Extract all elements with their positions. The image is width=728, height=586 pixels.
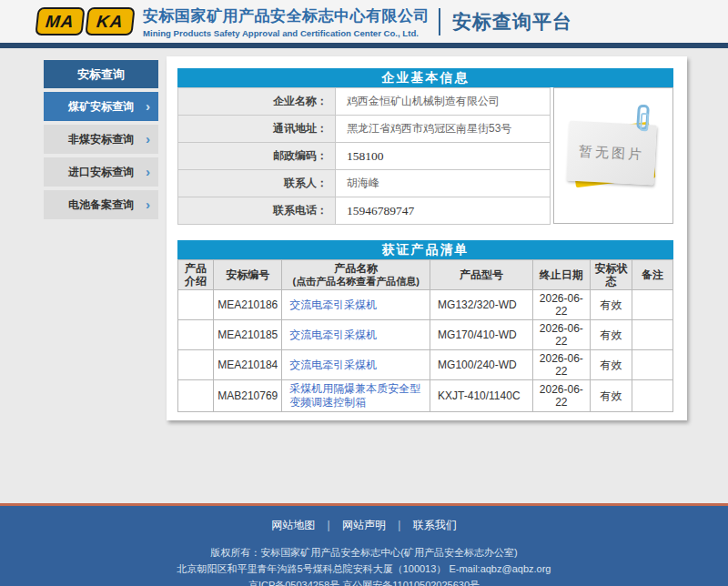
col-header-remark: 备注 bbox=[632, 260, 672, 290]
table-row: MAB210769 采煤机用隔爆兼本质安全型变频调速控制箱 KXJT-410/1… bbox=[178, 380, 673, 412]
maka-logo: MA KA bbox=[36, 7, 134, 35]
logo-badge-ka: KA bbox=[85, 7, 135, 35]
company-info-table: 企业名称： 鸡西金恒矿山机械制造有限公司 通讯地址： 黑龙江省鸡西市鸡冠区南星街… bbox=[177, 87, 551, 225]
cell-model: KXJT-410/1140C bbox=[430, 380, 533, 412]
cell-status: 有效 bbox=[590, 350, 632, 380]
cell-remark bbox=[632, 290, 672, 320]
cell-product-name: 交流电牵引采煤机 bbox=[282, 290, 430, 320]
company-info-section-title: 企业基本信息 bbox=[177, 68, 673, 87]
footer-links: 网站地图 | 网站声明 | 联系我们 bbox=[0, 506, 728, 533]
cell-status: 有效 bbox=[590, 290, 632, 320]
table-row: MEA210185 交流电牵引采煤机 MG170/410-WD 2026-06-… bbox=[178, 320, 673, 350]
page-body: 安标查询 煤矿安标查询 › 非煤安标查询 › 进口安标查询 › 电池备案查询 ›… bbox=[0, 48, 728, 503]
product-list-section-title: 获证产品清单 bbox=[177, 240, 673, 259]
chevron-right-icon: › bbox=[146, 92, 150, 121]
address-label: 通讯地址： bbox=[178, 116, 336, 143]
chevron-right-icon: › bbox=[146, 190, 150, 219]
product-name-link[interactable]: 采煤机用隔爆兼本质安全型变频调速控制箱 bbox=[289, 382, 420, 409]
link-separator: | bbox=[398, 519, 400, 531]
table-row: MEA210184 交流电牵引采煤机 MG100/240-WD 2026-06-… bbox=[178, 350, 673, 380]
sidebar-item-coal-mine-query[interactable]: 煤矿安标查询 › bbox=[44, 92, 158, 121]
cell-intro bbox=[178, 350, 214, 380]
product-name-link[interactable]: 交流电牵引采煤机 bbox=[289, 298, 377, 311]
org-name-en: Mining Products Safety Approval and Cert… bbox=[143, 28, 430, 38]
product-name-link[interactable]: 交流电牵引采煤机 bbox=[289, 359, 377, 371]
sidebar-item-non-coal-query[interactable]: 非煤安标查询 › bbox=[44, 125, 158, 154]
table-header-row: 产品介绍 安标编号 产品名称 (点击产品名称查看产品信息) 产品型号 终止日期 … bbox=[178, 260, 673, 290]
table-row: MEA210186 交流电牵引采煤机 MG132/320-WD 2026-06-… bbox=[178, 290, 673, 320]
footer-link-sitemap[interactable]: 网站地图 bbox=[271, 519, 315, 531]
col-header-model: 产品型号 bbox=[430, 260, 533, 290]
org-title-block: 安标国家矿用产品安全标志中心有限公司 Mining Products Safet… bbox=[143, 5, 430, 38]
cell-remark bbox=[632, 350, 672, 380]
cell-expiry: 2026-06-22 bbox=[532, 290, 590, 320]
sidebar-item-battery-query[interactable]: 电池备案查询 › bbox=[44, 190, 158, 219]
cell-intro bbox=[178, 380, 214, 412]
platform-title: 安标查询平台 bbox=[452, 9, 572, 35]
header-divider bbox=[439, 8, 440, 35]
paperclip-icon bbox=[636, 105, 650, 131]
footer-link-contact[interactable]: 联系我们 bbox=[413, 519, 457, 531]
cell-cert-no: MAB210769 bbox=[214, 380, 282, 412]
sidebar-item-label: 非煤安标查询 bbox=[68, 133, 134, 146]
cell-model: MG170/410-WD bbox=[430, 320, 533, 350]
product-name-link[interactable]: 交流电牵引采煤机 bbox=[289, 328, 377, 341]
footer-copyright-block: 版权所有：安标国家矿用产品安全标志中心(矿用产品安全标志办公室) 北京朝阳区和平… bbox=[0, 544, 728, 586]
sidebar-title: 安标查询 bbox=[44, 60, 158, 88]
sidebar-item-label: 进口安标查询 bbox=[68, 166, 134, 178]
cell-model: MG132/320-WD bbox=[430, 290, 533, 320]
company-image-placeholder: 暂无图片 bbox=[553, 87, 673, 224]
cell-intro bbox=[178, 320, 214, 350]
table-row: 通讯地址： 黑龙江省鸡西市鸡冠区南星街53号 bbox=[178, 116, 551, 143]
col-header-name: 产品名称 (点击产品名称查看产品信息) bbox=[282, 260, 430, 290]
col-header-intro: 产品介绍 bbox=[178, 260, 214, 290]
icp-line: 京ICP备05034258号 京公网安备11010502025630号 bbox=[0, 577, 728, 586]
company-name-label: 企业名称： bbox=[178, 88, 336, 116]
cell-product-name: 采煤机用隔爆兼本质安全型变频调速控制箱 bbox=[282, 380, 430, 412]
sidebar: 安标查询 煤矿安标查询 › 非煤安标查询 › 进口安标查询 › 电池备案查询 › bbox=[44, 60, 158, 219]
cell-cert-no: MEA210185 bbox=[214, 320, 282, 350]
col-header-status: 安标状态 bbox=[590, 260, 632, 290]
org-name-cn: 安标国家矿用产品安全标志中心有限公司 bbox=[143, 5, 430, 26]
cell-cert-no: MEA210184 bbox=[214, 350, 282, 380]
cell-status: 有效 bbox=[590, 380, 632, 412]
product-list-section: 获证产品清单 产品介绍 安标编号 产品名称 (点击产品名称查看产品信息) 产品型… bbox=[177, 240, 673, 412]
table-row: 企业名称： 鸡西金恒矿山机械制造有限公司 bbox=[178, 88, 551, 116]
company-info-section: 企业名称： 鸡西金恒矿山机械制造有限公司 通讯地址： 黑龙江省鸡西市鸡冠区南星街… bbox=[177, 87, 673, 225]
cell-intro bbox=[178, 290, 214, 320]
cell-remark bbox=[632, 380, 672, 412]
col-header-name-sub: (点击产品名称查看产品信息) bbox=[285, 275, 427, 288]
phone-label: 联系电话： bbox=[178, 197, 336, 225]
cell-model: MG100/240-WD bbox=[430, 350, 533, 380]
top-header: MA KA 安标国家矿用产品安全标志中心有限公司 Mining Products… bbox=[0, 0, 728, 43]
chevron-right-icon: › bbox=[146, 125, 150, 154]
address-line: 北京朝阳区和平里青年沟路5号煤科总院安科大厦（100013） E-mail:aq… bbox=[0, 561, 728, 577]
copyright-line: 版权所有：安标国家矿用产品安全标志中心(矿用产品安全标志办公室) bbox=[0, 544, 728, 561]
phone-value: 15946789747 bbox=[336, 197, 551, 225]
company-name-value: 鸡西金恒矿山机械制造有限公司 bbox=[336, 88, 551, 116]
address-value: 黑龙江省鸡西市鸡冠区南星街53号 bbox=[336, 116, 551, 143]
postcode-value: 158100 bbox=[336, 143, 551, 170]
chevron-right-icon: › bbox=[146, 157, 150, 187]
col-header-name-main: 产品名称 bbox=[285, 262, 427, 275]
cell-product-name: 交流电牵引采煤机 bbox=[282, 320, 430, 350]
cell-status: 有效 bbox=[590, 320, 632, 350]
page-footer: 网站地图 | 网站声明 | 联系我们 版权所有：安标国家矿用产品安全标志中心(矿… bbox=[0, 503, 728, 586]
product-table: 产品介绍 安标编号 产品名称 (点击产品名称查看产品信息) 产品型号 终止日期 … bbox=[177, 259, 673, 412]
table-row: 邮政编码： 158100 bbox=[178, 143, 551, 170]
link-separator: | bbox=[328, 519, 330, 531]
table-row: 联系电话： 15946789747 bbox=[178, 197, 551, 225]
content-panel: 企业基本信息 企业名称： 鸡西金恒矿山机械制造有限公司 通讯地址： 黑龙江省鸡西… bbox=[167, 56, 687, 420]
contact-value: 胡海峰 bbox=[336, 170, 551, 197]
sidebar-item-import-query[interactable]: 进口安标查询 › bbox=[44, 157, 158, 187]
logo-badge-ma: MA bbox=[35, 7, 85, 35]
footer-link-statement[interactable]: 网站声明 bbox=[342, 519, 386, 531]
col-header-cert-no: 安标编号 bbox=[214, 260, 282, 290]
table-row: 联系人： 胡海峰 bbox=[178, 170, 551, 197]
cell-expiry: 2026-06-22 bbox=[532, 350, 590, 380]
sidebar-item-label: 电池备案查询 bbox=[68, 198, 134, 211]
postcode-label: 邮政编码： bbox=[178, 143, 336, 170]
cell-expiry: 2026-06-22 bbox=[532, 380, 590, 412]
no-image-text: 暂无图片 bbox=[579, 143, 645, 164]
col-header-expiry: 终止日期 bbox=[532, 260, 590, 290]
